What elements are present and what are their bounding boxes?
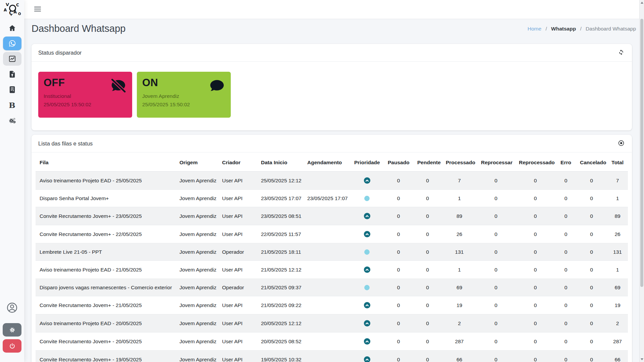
cell-pendente: 0	[413, 190, 442, 207]
sidebar-toggle-button[interactable]	[34, 6, 42, 13]
cell-fila: Aviso treinamento Projeto EAD - 25/05/20…	[36, 172, 175, 190]
person-circle-icon	[6, 302, 18, 314]
cell-agendamento	[303, 296, 350, 314]
cell-origem: Jovem Aprendiz	[175, 225, 218, 243]
cell-total: 287	[607, 332, 628, 350]
cell-prioridade	[350, 190, 384, 207]
dashboard-screen: VCAÇÃO B Dashboard Whatsapp Home / Whats…	[0, 0, 644, 362]
status-tile-off: OFFInstitucional25/05/2025 15:50:02	[38, 72, 132, 118]
sidebar-item-home[interactable]	[3, 21, 21, 35]
cell-pendente: 0	[413, 225, 442, 243]
breadcrumb-section-link[interactable]: Whatsapp	[551, 26, 576, 32]
sidebar-item-file-upload[interactable]	[3, 67, 21, 81]
scrollbar-down-arrow[interactable]	[641, 358, 643, 360]
cell-erro: 0	[556, 296, 576, 314]
cell-reprocessar: 0	[477, 207, 515, 225]
cell-total: 1	[607, 190, 628, 207]
cell-pausado: 0	[384, 260, 413, 279]
sidebar-nav: B	[0, 21, 24, 127]
table-row: Convite Recrutamento Jovem+ - 22/05/2025…	[36, 225, 628, 243]
breadcrumb-current: Dashboard Whatsapp	[586, 26, 636, 32]
stop-circle-button[interactable]	[617, 139, 625, 148]
priority-normal-icon	[364, 249, 370, 255]
cell-agendamento	[303, 332, 350, 350]
sidebar-item-whatsapp[interactable]	[3, 37, 21, 50]
cell-pendente: 0	[413, 332, 442, 350]
cell-agendamento	[303, 314, 350, 332]
cell-agendamento	[303, 260, 350, 279]
cell-fila: Aviso treinamento Projeto EAD - 20/05/20…	[36, 314, 175, 332]
scrollbar-thumb[interactable]	[640, 19, 643, 287]
sidebar-item-gears[interactable]	[3, 114, 21, 127]
breadcrumb-separator: /	[545, 26, 547, 32]
bold-icon: B	[9, 101, 15, 109]
breadcrumb-home-link[interactable]: Home	[528, 26, 541, 32]
scrollbar-up-arrow[interactable]	[641, 2, 643, 4]
table-row: Convite Recrutamento Jovem+ - 19/05/2025…	[36, 350, 628, 362]
cell-erro: 0	[556, 279, 576, 296]
cell-processado: 2	[442, 314, 477, 332]
cell-total: 1	[607, 260, 628, 279]
logout-button[interactable]	[3, 339, 21, 353]
breadcrumb-separator: /	[580, 26, 581, 32]
cell-pausado: 0	[384, 350, 413, 362]
cell-erro: 0	[556, 243, 576, 260]
cell-pendente: 0	[413, 314, 442, 332]
cell-reprocessado: 0	[515, 332, 556, 350]
cell-data_inicio: 20/05/2025 12:12	[257, 314, 303, 332]
status-name: Jovem Aprendiz	[142, 93, 225, 99]
cell-criador: User API	[218, 190, 257, 207]
cell-processado: 1	[442, 190, 477, 207]
cell-agendamento: 23/05/2025 17:07	[303, 190, 350, 207]
table-row: Convite Recrutamento Jovem+ - 23/05/2025…	[36, 207, 628, 225]
sidebar-footer	[0, 302, 24, 362]
file-upload-icon	[8, 70, 16, 78]
cell-processado: 287	[442, 332, 477, 350]
priority-high-icon	[363, 266, 371, 274]
cell-reprocessado: 0	[515, 190, 556, 207]
column-header-erro: Erro	[556, 154, 576, 172]
sidebar-item-bold[interactable]: B	[3, 98, 21, 112]
cell-reprocessado: 0	[515, 207, 556, 225]
page-title: Dashboard Whatsapp	[32, 23, 126, 34]
cell-data_inicio: 25/05/2025 12:12	[257, 172, 303, 190]
cell-total: 131	[607, 243, 628, 260]
cell-total: 89	[607, 207, 628, 225]
cell-cancelado: 0	[576, 190, 607, 207]
cell-prioridade	[350, 296, 384, 314]
cell-reprocessado: 0	[515, 172, 556, 190]
status-datetime: 25/05/2025 15:50:02	[44, 102, 127, 108]
refresh-button[interactable]	[617, 48, 625, 57]
column-header-criador: Criador	[218, 154, 257, 172]
column-header-fila: Fila	[36, 154, 175, 172]
cell-pausado: 0	[384, 243, 413, 260]
cell-reprocessar: 0	[477, 260, 515, 279]
cell-pausado: 0	[384, 296, 413, 314]
brand-logo[interactable]: VCAÇÃO	[3, 2, 22, 19]
profile-button[interactable]	[6, 302, 18, 314]
cell-cancelado: 0	[576, 260, 607, 279]
cell-fila: Convite Recrutamento Jovem+ - 23/05/2025	[36, 207, 175, 225]
logo-letter: O	[18, 12, 21, 16]
cell-data_inicio: 19/05/2025 10:32	[257, 350, 303, 362]
cell-reprocessar: 0	[477, 243, 515, 260]
cell-agendamento	[303, 350, 350, 362]
cell-criador: User API	[218, 225, 257, 243]
cell-total: 66	[607, 350, 628, 362]
cell-erro: 0	[556, 332, 576, 350]
queues-card: Lista das filas e status FilaOrigemCriad…	[32, 135, 632, 362]
sidebar-item-reports[interactable]	[3, 52, 21, 66]
cell-origem: Jovem Aprendiz	[175, 207, 218, 225]
page-scrollbar[interactable]	[639, 0, 644, 362]
cell-erro: 0	[556, 314, 576, 332]
cell-origem: Jovem Aprendiz	[175, 350, 218, 362]
column-header-total: Total	[607, 154, 628, 172]
sidebar-item-documents[interactable]	[3, 83, 21, 97]
logo-letter: V	[6, 2, 9, 7]
sidebar: VCAÇÃO B	[0, 0, 24, 362]
column-header-cancelado: Cancelado	[576, 154, 607, 172]
settings-button[interactable]	[3, 323, 21, 337]
cell-total: 19	[607, 296, 628, 314]
cell-pendente: 0	[413, 350, 442, 362]
logo-letter: A	[4, 8, 7, 12]
